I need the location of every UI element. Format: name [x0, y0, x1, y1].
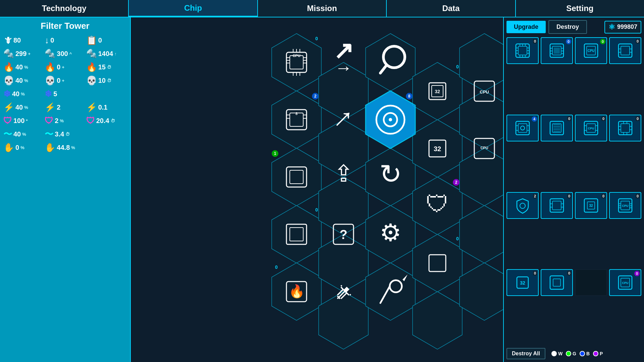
svg-rect-97 — [619, 44, 632, 57]
hex-bg-cell[interactable] — [366, 263, 415, 320]
svg-rect-72 — [518, 46, 527, 55]
hex-bg-cell[interactable] — [413, 234, 462, 292]
stat-hand1-val: 0 — [15, 144, 19, 152]
filter-g[interactable]: G — [566, 351, 576, 356]
inv-badge-4: 0 — [636, 39, 640, 44]
attack-icon: 🗡 — [3, 36, 12, 45]
inv-badge-10: 0 — [567, 194, 571, 198]
inv-badge-5: 4 — [532, 116, 537, 122]
stat-res3-sub: ↑ — [114, 51, 117, 56]
destroy-button[interactable]: Destroy — [548, 20, 587, 34]
svg-text:⚙: ⚙ — [380, 219, 401, 246]
stat-poison2-sub: + — [62, 78, 64, 83]
filter-w[interactable]: W — [551, 351, 562, 356]
stat-poison2: 💀 0 + — [45, 76, 85, 85]
svg-text:CPU: CPU — [480, 89, 489, 95]
inv-slot-16[interactable]: CPU 0 — [609, 269, 641, 296]
tab-setting[interactable]: Setting — [516, 0, 644, 17]
inv-slot-1[interactable]: 0 — [506, 37, 539, 64]
inv-slot-13[interactable]: 32 0 — [506, 269, 539, 296]
stat-chip-val: 0 — [98, 37, 102, 44]
upgrade-button[interactable]: Upgrade — [506, 21, 546, 33]
inv-cpu-green-icon: CPU — [583, 42, 599, 59]
inv-slot-12[interactable]: CPU 0 — [609, 192, 641, 219]
stat-chip: 📋 0 — [86, 36, 127, 45]
stat-lightning1-sub: % — [24, 105, 28, 110]
stat-res2-val: 300 — [57, 50, 68, 58]
svg-text:32: 32 — [589, 204, 593, 207]
hex-chip-gear[interactable]: ⚙ — [380, 219, 401, 246]
stat-poison1: 💀 40 % — [3, 76, 44, 85]
destroy-all-button[interactable]: Destroy All — [506, 348, 545, 359]
stat-lightning2-val: 2 — [57, 104, 60, 111]
inv-cpu-text2-icon: CPU — [617, 197, 634, 214]
tab-mission[interactable]: Mission — [258, 0, 387, 17]
hand2-icon: ✋ — [45, 143, 55, 152]
stat-poison3-sub: ⏱ — [107, 78, 111, 83]
inv-cpu-blue-icon — [548, 42, 565, 59]
inv-slot-8[interactable]: 0 — [609, 115, 641, 141]
top-nav: Technology Chip Mission Data Setting — [0, 0, 644, 17]
left-panel: Filter Tower 🗡 80 ↓ 0 📋 0 🔩 299 + — [0, 17, 131, 362]
inv-slot-2[interactable]: 0 — [541, 37, 573, 64]
inv-badge-7: 0 — [601, 116, 605, 121]
svg-text:2: 2 — [314, 94, 317, 99]
hex-bg-cell[interactable] — [460, 91, 503, 148]
svg-rect-136 — [552, 201, 561, 210]
inv-slot-5[interactable]: 4 — [506, 115, 539, 141]
inv-slot-3[interactable]: CPU 0 — [575, 37, 607, 64]
hex-bg-cell[interactable] — [272, 91, 321, 148]
stat-speed: ↓ 0 — [45, 36, 85, 45]
inv-cpu-sq4-icon — [548, 274, 565, 291]
inv-badge-1: 0 — [533, 39, 537, 44]
stat-res3: 🔩 1404 ↑ — [86, 49, 127, 58]
hex-bg-cell[interactable] — [460, 205, 503, 263]
hex-bg-cell[interactable] — [272, 34, 321, 91]
inv-slot-11[interactable]: 32 0 — [575, 192, 607, 219]
hex-bg-cell[interactable] — [460, 148, 503, 206]
svg-rect-104 — [518, 124, 527, 132]
hex-chip-refresh[interactable]: ↻ — [379, 159, 402, 189]
svg-text:→: → — [335, 58, 352, 77]
svg-rect-156 — [553, 279, 560, 286]
inv-slot-14[interactable]: 0 — [541, 269, 573, 296]
inv-slot-7[interactable]: CPU 0 — [575, 115, 607, 141]
hand1-icon: ✋ — [3, 143, 14, 152]
inv-slot-6[interactable]: 0 — [541, 115, 573, 141]
hex-bg-cell[interactable] — [272, 148, 321, 206]
inv-cpu-circ2-icon — [548, 197, 565, 214]
hex-chip-arrows-up[interactable]: ⇪ — [334, 161, 354, 187]
filter-p[interactable]: P — [593, 351, 603, 356]
tab-data[interactable]: Data — [387, 0, 516, 17]
filter-b[interactable]: B — [580, 351, 590, 356]
tab-chip[interactable]: Chip — [129, 0, 258, 17]
inv-slot-15[interactable] — [575, 269, 607, 296]
chip-icon: 📋 — [86, 36, 97, 45]
hex-bg-cell[interactable] — [272, 205, 321, 263]
hex-chip-arrow-skip[interactable]: ↗ → — [333, 37, 354, 77]
inv-slot-4[interactable]: 0 — [609, 37, 641, 64]
currency-icon: ⚛ — [608, 23, 615, 32]
stat-zap2: 〜 3.4 ⏱ — [45, 130, 85, 138]
inv-cpu-sq-icon — [514, 120, 531, 136]
filter-g-label: G — [573, 351, 576, 356]
svg-text:0: 0 — [315, 207, 318, 213]
inv-shield-chip-icon — [514, 197, 531, 214]
speed-icon: ↓ — [45, 36, 49, 45]
hex-bg-cell[interactable] — [460, 263, 503, 320]
hex-bg-cell[interactable] — [460, 34, 503, 91]
inv-slot-9[interactable]: 2 — [506, 192, 539, 219]
stat-hand3 — [86, 143, 127, 152]
svg-text:32: 32 — [520, 280, 525, 286]
hex-bg-cell[interactable] — [413, 292, 462, 349]
svg-text:?: ? — [339, 228, 347, 242]
svg-text:32: 32 — [435, 89, 440, 94]
inv-cpu-mid-icon — [617, 120, 634, 136]
svg-rect-103 — [516, 121, 529, 135]
stat-poison1-val: 40 — [15, 77, 23, 84]
inv-slot-10[interactable]: 0 — [541, 192, 573, 219]
res2-icon: 🔩 — [45, 49, 55, 58]
stat-attack: 🗡 80 — [3, 36, 44, 45]
hex-bg-cell[interactable] — [366, 34, 415, 91]
tab-technology[interactable]: Technology — [0, 0, 129, 17]
